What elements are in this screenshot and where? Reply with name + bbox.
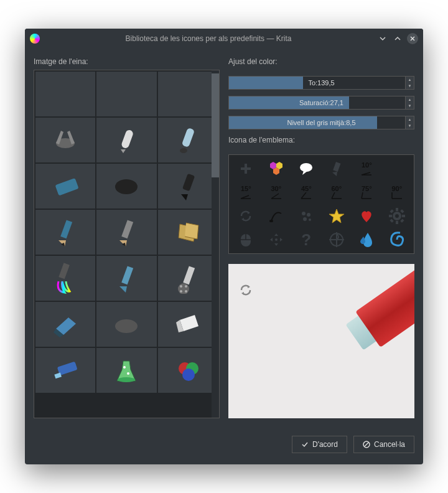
tool-slot[interactable] xyxy=(158,72,218,116)
heart-icon[interactable] xyxy=(352,205,381,227)
svg-rect-18 xyxy=(122,266,134,284)
svg-rect-9 xyxy=(182,174,195,192)
gear-icon[interactable] xyxy=(383,205,412,227)
svg-rect-7 xyxy=(55,178,79,196)
hue-slider[interactable]: To:139,5 ▲▼ xyxy=(228,76,414,90)
saturation-slider[interactable]: Saturació:27,1 ▲▼ xyxy=(228,96,414,110)
svg-rect-5 xyxy=(181,128,195,148)
tool-slot[interactable] xyxy=(96,302,156,347)
svg-rect-58 xyxy=(400,218,404,222)
svg-marker-42 xyxy=(248,211,250,214)
svg-marker-65 xyxy=(280,238,282,242)
svg-point-30 xyxy=(123,366,126,369)
svg-rect-53 xyxy=(389,215,392,217)
star-icon[interactable] xyxy=(322,205,352,227)
tool-slot[interactable] xyxy=(158,164,218,209)
cancel-button[interactable]: Cancel·la xyxy=(353,436,414,453)
tool-slot[interactable] xyxy=(35,210,95,255)
maximize-button[interactable] xyxy=(392,33,403,44)
angle-60-icon[interactable]: 60° xyxy=(322,181,352,204)
minimize-button[interactable] xyxy=(377,33,388,44)
angle-90-icon[interactable]: 90° xyxy=(383,181,412,204)
svg-rect-56 xyxy=(400,209,404,213)
angle-10-icon[interactable]: 10° xyxy=(352,157,381,180)
tool-slot[interactable] xyxy=(35,72,95,116)
spiral-icon[interactable] xyxy=(383,228,412,251)
move-arrows-icon[interactable] xyxy=(262,228,291,251)
svg-point-26 xyxy=(115,319,138,333)
ok-button[interactable]: D'acord xyxy=(292,436,347,453)
tool-slot[interactable] xyxy=(96,72,156,116)
atoms-icon[interactable] xyxy=(292,205,321,227)
svg-point-25 xyxy=(185,290,187,293)
tool-image-label: Imatge de l'eina: xyxy=(34,57,220,66)
saturation-value: Saturació:27,1 xyxy=(229,99,414,106)
titlebar[interactable]: Biblioteca de les icones per als predefi… xyxy=(25,29,423,49)
close-button[interactable] xyxy=(407,33,418,44)
preview-eraser xyxy=(325,264,414,369)
reload-icon[interactable] xyxy=(231,205,261,227)
angle-45-icon[interactable]: 45° xyxy=(292,181,321,204)
angle-30-icon[interactable]: 30° xyxy=(262,181,291,204)
pencil-icon[interactable] xyxy=(322,157,352,180)
tool-slot[interactable] xyxy=(35,348,95,393)
svg-marker-63 xyxy=(274,243,278,246)
tool-slot[interactable] xyxy=(96,210,156,255)
question-icon[interactable]: ? xyxy=(292,228,321,251)
svg-marker-71 xyxy=(241,292,244,295)
droplet-icon[interactable] xyxy=(352,228,381,251)
tool-slot[interactable] xyxy=(35,256,95,301)
svg-point-29 xyxy=(118,377,135,382)
svg-point-44 xyxy=(269,220,273,222)
hex-cluster-icon[interactable] xyxy=(262,157,291,180)
tool-slot[interactable] xyxy=(158,348,218,393)
mouse-icon[interactable] xyxy=(231,228,261,251)
svg-rect-17 xyxy=(58,263,70,279)
brush-stroke-icon[interactable] xyxy=(262,205,291,227)
svg-rect-3 xyxy=(121,129,134,149)
window-controls xyxy=(377,33,418,44)
cancel-icon xyxy=(363,441,370,448)
angle-15-icon[interactable]: 15° xyxy=(231,181,261,204)
svg-rect-51 xyxy=(396,208,398,211)
tool-slot[interactable] xyxy=(96,256,156,301)
scroll-thumb[interactable] xyxy=(212,73,219,177)
app-icon xyxy=(30,34,40,44)
tool-slot[interactable] xyxy=(35,118,95,162)
svg-rect-14 xyxy=(122,220,134,238)
svg-marker-15 xyxy=(119,240,127,247)
svg-marker-41 xyxy=(332,172,337,176)
tool-slot[interactable] xyxy=(96,348,156,393)
tool-slot[interactable] xyxy=(158,210,218,255)
tool-slot[interactable] xyxy=(35,302,95,347)
tool-image-grid[interactable] xyxy=(34,70,220,418)
svg-rect-20 xyxy=(183,266,195,284)
svg-point-45 xyxy=(302,212,306,215)
window-title: Biblioteca de les icones per als predefi… xyxy=(45,34,372,43)
dialog-buttons: D'acord Cancel·la xyxy=(25,427,423,464)
plus-icon[interactable] xyxy=(231,157,261,180)
svg-point-47 xyxy=(303,217,307,221)
gray-slider[interactable]: Nivell del gris mitjà:8,5 ▲▼ xyxy=(228,116,414,129)
svg-rect-54 xyxy=(402,215,405,217)
empty-slot xyxy=(383,157,412,180)
tool-slot[interactable] xyxy=(35,164,95,209)
speech-bubble-icon[interactable] xyxy=(292,157,321,180)
tool-slot[interactable] xyxy=(96,118,156,162)
preview-reload-icon xyxy=(238,283,253,298)
svg-point-46 xyxy=(307,213,310,217)
tool-slot[interactable] xyxy=(96,164,156,209)
tool-slot[interactable] xyxy=(158,256,218,301)
svg-rect-28 xyxy=(54,373,62,379)
svg-rect-57 xyxy=(390,218,393,222)
check-icon xyxy=(301,441,309,448)
svg-marker-10 xyxy=(181,194,188,200)
svg-marker-19 xyxy=(119,286,127,293)
tool-slot[interactable] xyxy=(158,302,218,347)
svg-marker-49 xyxy=(329,209,344,223)
tool-slot[interactable] xyxy=(158,118,218,162)
target-icon[interactable] xyxy=(322,228,352,251)
angle-75-icon[interactable]: 75° xyxy=(352,181,381,204)
emblem-label: Icona de l'emblema: xyxy=(228,136,414,144)
tool-grid-scrollbar[interactable] xyxy=(212,70,219,418)
